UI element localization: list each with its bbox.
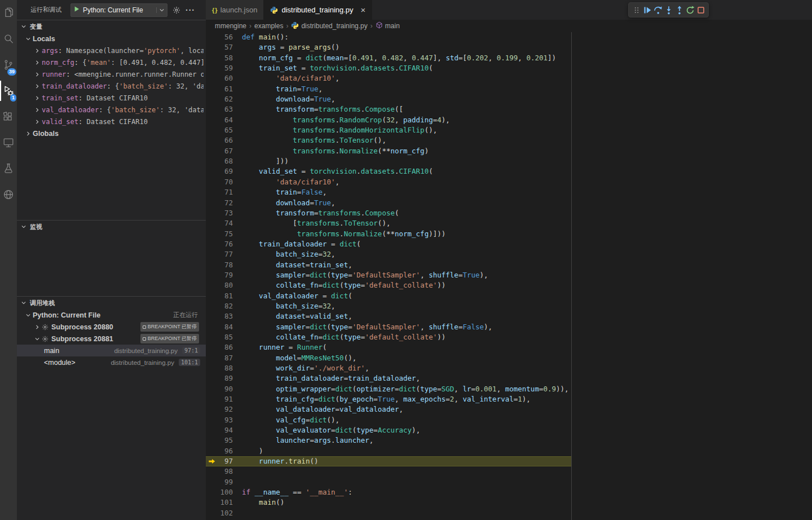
code-line-62[interactable]: 62 download=True, <box>206 94 812 104</box>
breakpoint-gutter[interactable] <box>206 508 218 518</box>
code-line-69[interactable]: 69 valid_set = torchvision.datasets.CIFA… <box>206 166 812 177</box>
line-number[interactable]: 88 <box>218 363 233 373</box>
variable-val_dataloader[interactable]: val_dataloader: {'batch_size': 32, 'data… <box>17 104 206 116</box>
line-number[interactable]: 56 <box>218 32 233 42</box>
step-out-button[interactable] <box>674 5 684 15</box>
line-number[interactable]: 64 <box>218 115 233 125</box>
code-line-76[interactable]: 76 train_dataloader = dict( <box>206 239 812 249</box>
step-into-button[interactable] <box>664 5 673 15</box>
variable-args[interactable]: args: Namespace(launcher='pytorch', loca… <box>17 45 206 56</box>
line-number[interactable]: 60 <box>218 73 233 83</box>
tab-distributed-training-py[interactable]: distributed_training.py× <box>264 0 372 20</box>
breakpoint-gutter[interactable] <box>206 384 218 394</box>
breakpoint-gutter[interactable] <box>206 125 218 135</box>
code-line-92[interactable]: 92 val_dataloader=val_dataloader, <box>206 404 812 415</box>
line-number[interactable]: 62 <box>218 94 233 104</box>
breakpoint-gutter[interactable] <box>206 497 218 508</box>
code-line-89[interactable]: 89 train_dataloader=train_dataloader, <box>206 373 812 384</box>
more-actions-icon[interactable]: ··· <box>186 6 195 15</box>
close-icon[interactable]: × <box>361 6 366 14</box>
breakpoint-gutter[interactable] <box>206 301 218 311</box>
launch-config-select[interactable]: Python: Current File <box>70 3 167 17</box>
breakpoint-gutter[interactable] <box>206 187 218 197</box>
line-number[interactable]: 78 <box>218 260 233 270</box>
chevron-down-icon[interactable] <box>156 7 165 13</box>
line-number[interactable]: 98 <box>218 466 233 477</box>
code-line-66[interactable]: 66 transforms.ToTensor(), <box>206 135 812 146</box>
explorer-icon[interactable] <box>0 0 17 26</box>
breakpoint-gutter[interactable] <box>206 73 218 83</box>
line-number[interactable]: 90 <box>218 384 233 394</box>
call-stack-session-1[interactable]: Subprocess 20880BREAKPOINT 已暂停 <box>17 321 206 333</box>
breakpoint-gutter[interactable] <box>206 435 218 446</box>
stack-frame-main[interactable]: maindistributed_training.py97:1 <box>17 345 206 356</box>
step-over-button[interactable] <box>653 5 663 15</box>
code-line-98[interactable]: 98 <box>206 466 812 477</box>
line-number[interactable]: 73 <box>218 208 233 218</box>
line-number[interactable]: 69 <box>218 166 233 177</box>
breakpoint-gutter[interactable] <box>206 477 218 487</box>
code-line-60[interactable]: 60 'data/cifar10', <box>206 73 812 83</box>
testing-icon[interactable] <box>0 156 17 182</box>
code-line-70[interactable]: 70 'data/cifar10', <box>206 177 812 187</box>
breakpoint-gutter[interactable] <box>206 135 218 146</box>
current-line-arrow-icon[interactable] <box>206 456 218 466</box>
breakpoint-gutter[interactable] <box>206 425 218 435</box>
line-number[interactable]: 79 <box>218 270 233 280</box>
code-line-75[interactable]: 75 transforms.Normalize(**norm_cfg)])) <box>206 229 812 239</box>
code-line-101[interactable]: 101 main() <box>206 497 812 508</box>
breakpoint-gutter[interactable] <box>206 342 218 352</box>
code-line-88[interactable]: 88 work_dir='./work_dir', <box>206 363 812 373</box>
breakpoint-gutter[interactable] <box>206 166 218 177</box>
start-debugging-icon[interactable] <box>73 6 80 14</box>
breakpoint-gutter[interactable] <box>206 415 218 425</box>
variable-train_set[interactable]: train_set: Dataset CIFAR10 <box>17 92 206 104</box>
search-icon[interactable] <box>0 26 17 52</box>
line-number[interactable]: 97 <box>218 456 233 466</box>
continue-button[interactable] <box>642 5 652 15</box>
code-line-72[interactable]: 72 download=True, <box>206 198 812 208</box>
code-line-91[interactable]: 91 train_cfg=dict(by_epoch=True, max_epo… <box>206 394 812 404</box>
code-line-93[interactable]: 93 val_cfg=dict(), <box>206 415 812 425</box>
variable-norm_cfg[interactable]: norm_cfg: {'mean': [0.491, 0.482, 0.447]… <box>17 56 206 68</box>
breakpoint-gutter[interactable] <box>206 239 218 249</box>
code-line-79[interactable]: 79 sampler=dict(type='DefaultSampler', s… <box>206 270 812 280</box>
code-line-86[interactable]: 86 runner = Runner( <box>206 342 812 352</box>
breakpoint-gutter[interactable] <box>206 373 218 384</box>
code-line-96[interactable]: 96 ) <box>206 446 812 456</box>
call-stack-session-0[interactable]: Python: Current File正在运行 <box>17 309 206 321</box>
line-number[interactable]: 86 <box>218 342 233 352</box>
variable-train_dataloader[interactable]: train_dataloader: {'batch_size': 32, 'da… <box>17 80 206 92</box>
line-number[interactable]: 68 <box>218 156 233 166</box>
code-line-94[interactable]: 94 val_evaluator=dict(type=Accuracy), <box>206 425 812 435</box>
breakpoint-gutter[interactable] <box>206 404 218 415</box>
run-and-debug-icon[interactable]: 1 <box>0 78 17 104</box>
gear-icon[interactable] <box>173 6 180 14</box>
code-line-58[interactable]: 58 norm_cfg = dict(mean=[0.491, 0.482, 0… <box>206 53 812 63</box>
line-number[interactable]: 76 <box>218 239 233 249</box>
breakpoint-gutter[interactable] <box>206 198 218 208</box>
breakpoint-gutter[interactable] <box>206 249 218 259</box>
call-stack-section-header[interactable]: 调用堆栈 <box>17 297 206 309</box>
breakpoint-gutter[interactable] <box>206 177 218 187</box>
line-number[interactable]: 85 <box>218 332 233 342</box>
line-number[interactable]: 65 <box>218 125 233 135</box>
code-line-61[interactable]: 61 train=True, <box>206 84 812 94</box>
code-line-87[interactable]: 87 model=MMResNet50(), <box>206 353 812 363</box>
line-number[interactable]: 89 <box>218 373 233 384</box>
code-line-102[interactable]: 102 <box>206 508 812 518</box>
code-line-64[interactable]: 64 transforms.RandomCrop(32, padding=4), <box>206 115 812 125</box>
code-line-73[interactable]: 73 transform=transforms.Compose( <box>206 208 812 218</box>
code-line-83[interactable]: 83 dataset=valid_set, <box>206 311 812 321</box>
breadcrumb-item-main[interactable]: main <box>376 21 400 30</box>
line-number[interactable]: 92 <box>218 404 233 415</box>
line-number[interactable]: 82 <box>218 301 233 311</box>
variable-runner[interactable]: runner: <mmengine.runner.runner.Runner o… <box>17 68 206 80</box>
code-line-63[interactable]: 63 transform=transforms.Compose([ <box>206 104 812 114</box>
breakpoint-gutter[interactable] <box>206 218 218 228</box>
code-editor[interactable]: 56def main():57 args = parse_args()58 no… <box>206 32 812 520</box>
stop-button[interactable] <box>696 5 705 15</box>
extensions-icon[interactable] <box>0 104 17 130</box>
breakpoint-gutter[interactable] <box>206 229 218 239</box>
breakpoint-gutter[interactable] <box>206 63 218 73</box>
